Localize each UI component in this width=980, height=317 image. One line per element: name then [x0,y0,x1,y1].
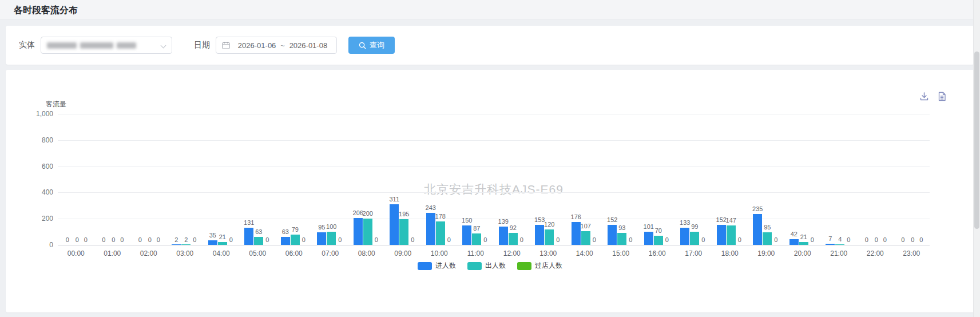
bar-group-1800: 1521470 [712,114,748,245]
bar-进人数[interactable] [680,228,689,245]
bar-value-label: 131 [244,219,254,226]
bar-进人数[interactable] [499,227,508,245]
series-slot: 139 [498,114,508,245]
bar-value-label: 0 [229,236,233,243]
query-button[interactable]: 查询 [348,37,395,54]
series-slot: 0 [145,114,154,245]
series-slot: 200 [363,114,372,245]
legend-item-出人数[interactable]: 出人数 [467,261,506,271]
bar-group-0200: 000 [130,114,167,245]
series-slot: 99 [690,114,700,245]
bar-进人数[interactable] [789,239,799,245]
bar-出人数[interactable] [835,244,844,245]
bar-进人数[interactable] [535,225,544,245]
legend-label: 出人数 [485,261,506,271]
series-slot: 0 [898,114,908,245]
series-slot: 0 [554,114,562,245]
bar-进人数[interactable] [826,244,835,245]
bar-进人数[interactable] [717,225,726,245]
bar-进人数[interactable] [244,228,253,245]
legend-item-过店人数[interactable]: 过店人数 [517,261,562,271]
series-slot: 79 [290,114,300,245]
series-slot: 0 [300,114,307,245]
series-slot: 0 [227,114,235,245]
series-slot: 153 [535,114,545,245]
bar-value-label: 42 [791,231,798,237]
report-document-icon[interactable] [937,92,947,101]
bar-group-0500: 131630 [240,114,276,245]
bar-value-label: 99 [691,223,698,230]
bar-出人数[interactable] [472,233,481,245]
bar-进人数[interactable] [281,237,290,245]
series-slot: 63 [254,114,264,245]
entity-label: 实体 [19,40,35,50]
bar-进人数[interactable] [354,218,363,245]
bar-value-label: 107 [581,223,591,229]
date-end-value[interactable]: 2026-01-08 [286,41,331,50]
bar-出人数[interactable] [218,242,227,245]
bar-value-label: 95 [764,224,771,231]
bar-出人数[interactable] [727,225,736,245]
series-slot: 7 [826,114,835,245]
bar-出人数[interactable] [799,242,808,245]
bar-value-label: 0 [701,236,705,243]
bar-value-label: 7 [828,235,832,242]
bar-value-label: 0 [483,236,487,243]
bar-进人数[interactable] [317,232,326,245]
vertical-scrollbar[interactable] [973,0,980,317]
bar-进人数[interactable] [462,225,471,245]
bar-进人数[interactable] [208,240,217,245]
bar-出人数[interactable] [509,233,518,245]
series-slot: 120 [545,114,554,245]
series-slot: 63 [280,114,290,245]
bar-出人数[interactable] [291,235,300,245]
bar-出人数[interactable] [763,232,772,245]
bar-出人数[interactable] [654,236,663,245]
bar-group-0600: 63790 [276,114,312,245]
bar-出人数[interactable] [436,221,445,245]
bar-出人数[interactable] [181,244,191,245]
bar-出人数[interactable] [690,232,699,245]
chevron-down-icon [161,43,166,48]
bar-出人数[interactable] [363,219,372,245]
y-axis-title: 客流量 [46,100,66,109]
bar-value-label: 0 [556,236,560,243]
series-slot: 0 [871,114,881,245]
bar-出人数[interactable] [617,233,626,245]
bar-出人数[interactable] [545,229,554,245]
bar-进人数[interactable] [644,232,653,245]
bar-value-label: 176 [571,213,581,220]
bar-进人数[interactable] [172,244,181,245]
series-slot: 0 [109,114,118,245]
legend-swatch-icon [467,262,482,270]
bar-value-label: 0 [157,236,160,243]
series-slot: 131 [244,114,254,245]
bar-value-label: 0 [84,236,88,243]
date-range-picker[interactable]: 2026-01-06 ~ 2026-01-08 [216,37,337,54]
series-slot: 0 [862,114,871,245]
bar-出人数[interactable] [399,219,408,245]
bar-value-label: 0 [302,236,305,243]
legend-item-进人数[interactable]: 进人数 [418,261,456,271]
download-icon[interactable] [919,92,929,101]
bar-出人数[interactable] [254,237,263,245]
query-button-label: 查询 [370,40,384,50]
bar-出人数[interactable] [581,231,590,245]
x-axis-tick-label: 09:00 [394,249,411,257]
bar-进人数[interactable] [753,214,762,245]
bar-group-1000: 2431780 [421,114,458,245]
bar-value-label: 0 [901,236,904,243]
entity-select[interactable] [41,37,172,54]
date-start-value[interactable]: 2026-01-06 [235,41,279,50]
bar-value-label: 0 [102,236,105,243]
chart-card: 客流量 1,0008006004002000 北京安吉升科技AJS-E69 00… [6,70,974,312]
bar-出人数[interactable] [327,232,336,245]
scrollbar-thumb[interactable] [974,51,979,229]
bar-进人数[interactable] [426,213,435,245]
bar-value-label: 147 [726,217,736,224]
bar-进人数[interactable] [390,204,399,245]
bar-进人数[interactable] [608,225,617,245]
x-axis-tick-label: 07:00 [322,249,339,257]
bar-进人数[interactable] [572,222,581,245]
bar-value-label: 0 [148,236,152,243]
